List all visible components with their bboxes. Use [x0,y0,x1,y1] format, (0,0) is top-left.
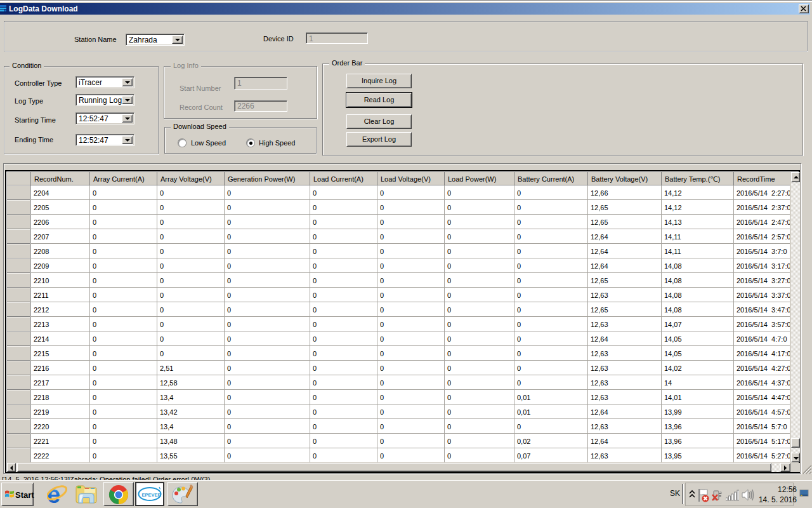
svg-text:EPEVER: EPEVER [142,492,162,498]
